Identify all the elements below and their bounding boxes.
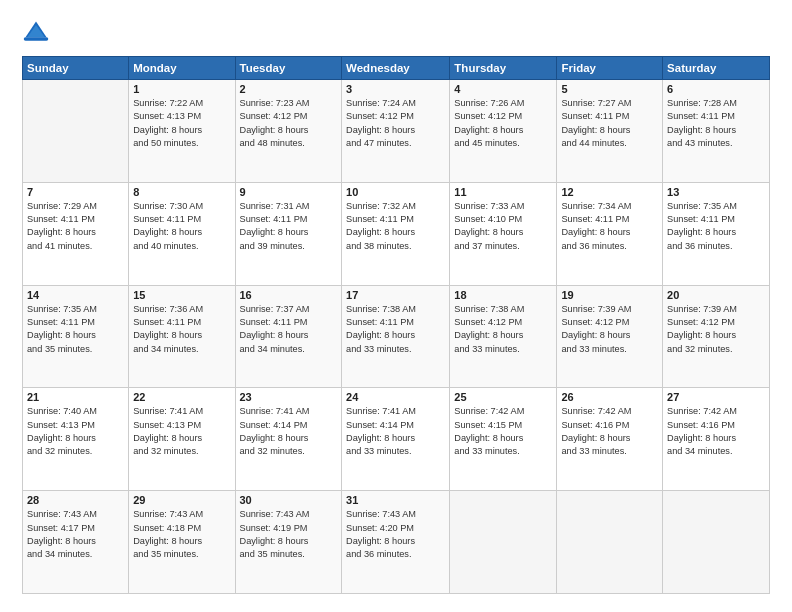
day-info: Sunrise: 7:33 AM Sunset: 4:10 PM Dayligh… <box>454 200 552 253</box>
day-info: Sunrise: 7:41 AM Sunset: 4:13 PM Dayligh… <box>133 405 230 458</box>
calendar-cell: 10Sunrise: 7:32 AM Sunset: 4:11 PM Dayli… <box>342 182 450 285</box>
day-number: 6 <box>667 83 765 95</box>
day-info: Sunrise: 7:27 AM Sunset: 4:11 PM Dayligh… <box>561 97 658 150</box>
logo <box>22 18 54 46</box>
day-info: Sunrise: 7:42 AM Sunset: 4:15 PM Dayligh… <box>454 405 552 458</box>
day-info: Sunrise: 7:37 AM Sunset: 4:11 PM Dayligh… <box>240 303 338 356</box>
calendar-week-3: 14Sunrise: 7:35 AM Sunset: 4:11 PM Dayli… <box>23 285 770 388</box>
day-number: 18 <box>454 289 552 301</box>
calendar-cell: 24Sunrise: 7:41 AM Sunset: 4:14 PM Dayli… <box>342 388 450 491</box>
day-number: 22 <box>133 391 230 403</box>
day-info: Sunrise: 7:41 AM Sunset: 4:14 PM Dayligh… <box>240 405 338 458</box>
day-info: Sunrise: 7:39 AM Sunset: 4:12 PM Dayligh… <box>561 303 658 356</box>
calendar-header-tuesday: Tuesday <box>235 57 342 80</box>
calendar-cell: 29Sunrise: 7:43 AM Sunset: 4:18 PM Dayli… <box>129 491 235 594</box>
calendar-cell: 13Sunrise: 7:35 AM Sunset: 4:11 PM Dayli… <box>663 182 770 285</box>
day-number: 21 <box>27 391 124 403</box>
calendar-cell: 2Sunrise: 7:23 AM Sunset: 4:12 PM Daylig… <box>235 80 342 183</box>
calendar-cell <box>23 80 129 183</box>
calendar-cell: 11Sunrise: 7:33 AM Sunset: 4:10 PM Dayli… <box>450 182 557 285</box>
calendar-header-row: SundayMondayTuesdayWednesdayThursdayFrid… <box>23 57 770 80</box>
calendar-cell <box>663 491 770 594</box>
calendar-cell: 4Sunrise: 7:26 AM Sunset: 4:12 PM Daylig… <box>450 80 557 183</box>
header <box>22 18 770 46</box>
day-info: Sunrise: 7:24 AM Sunset: 4:12 PM Dayligh… <box>346 97 445 150</box>
day-info: Sunrise: 7:43 AM Sunset: 4:17 PM Dayligh… <box>27 508 124 561</box>
day-number: 10 <box>346 186 445 198</box>
day-info: Sunrise: 7:38 AM Sunset: 4:11 PM Dayligh… <box>346 303 445 356</box>
day-info: Sunrise: 7:42 AM Sunset: 4:16 PM Dayligh… <box>667 405 765 458</box>
calendar-cell: 28Sunrise: 7:43 AM Sunset: 4:17 PM Dayli… <box>23 491 129 594</box>
calendar-cell: 15Sunrise: 7:36 AM Sunset: 4:11 PM Dayli… <box>129 285 235 388</box>
day-number: 12 <box>561 186 658 198</box>
day-info: Sunrise: 7:26 AM Sunset: 4:12 PM Dayligh… <box>454 97 552 150</box>
calendar-cell: 25Sunrise: 7:42 AM Sunset: 4:15 PM Dayli… <box>450 388 557 491</box>
calendar-cell: 6Sunrise: 7:28 AM Sunset: 4:11 PM Daylig… <box>663 80 770 183</box>
calendar-header-friday: Friday <box>557 57 663 80</box>
calendar-cell: 20Sunrise: 7:39 AM Sunset: 4:12 PM Dayli… <box>663 285 770 388</box>
day-info: Sunrise: 7:43 AM Sunset: 4:18 PM Dayligh… <box>133 508 230 561</box>
calendar-header-thursday: Thursday <box>450 57 557 80</box>
calendar-cell: 5Sunrise: 7:27 AM Sunset: 4:11 PM Daylig… <box>557 80 663 183</box>
day-number: 15 <box>133 289 230 301</box>
day-number: 28 <box>27 494 124 506</box>
day-info: Sunrise: 7:32 AM Sunset: 4:11 PM Dayligh… <box>346 200 445 253</box>
day-number: 25 <box>454 391 552 403</box>
day-number: 24 <box>346 391 445 403</box>
calendar-cell: 18Sunrise: 7:38 AM Sunset: 4:12 PM Dayli… <box>450 285 557 388</box>
day-info: Sunrise: 7:39 AM Sunset: 4:12 PM Dayligh… <box>667 303 765 356</box>
day-info: Sunrise: 7:30 AM Sunset: 4:11 PM Dayligh… <box>133 200 230 253</box>
calendar-week-2: 7Sunrise: 7:29 AM Sunset: 4:11 PM Daylig… <box>23 182 770 285</box>
calendar-header-sunday: Sunday <box>23 57 129 80</box>
calendar-header-monday: Monday <box>129 57 235 80</box>
day-number: 14 <box>27 289 124 301</box>
day-info: Sunrise: 7:43 AM Sunset: 4:20 PM Dayligh… <box>346 508 445 561</box>
calendar-cell <box>557 491 663 594</box>
day-info: Sunrise: 7:35 AM Sunset: 4:11 PM Dayligh… <box>667 200 765 253</box>
calendar-cell: 12Sunrise: 7:34 AM Sunset: 4:11 PM Dayli… <box>557 182 663 285</box>
calendar-week-5: 28Sunrise: 7:43 AM Sunset: 4:17 PM Dayli… <box>23 491 770 594</box>
day-info: Sunrise: 7:40 AM Sunset: 4:13 PM Dayligh… <box>27 405 124 458</box>
calendar-week-4: 21Sunrise: 7:40 AM Sunset: 4:13 PM Dayli… <box>23 388 770 491</box>
day-info: Sunrise: 7:38 AM Sunset: 4:12 PM Dayligh… <box>454 303 552 356</box>
day-number: 9 <box>240 186 338 198</box>
day-number: 1 <box>133 83 230 95</box>
calendar-cell <box>450 491 557 594</box>
day-number: 17 <box>346 289 445 301</box>
calendar-week-1: 1Sunrise: 7:22 AM Sunset: 4:13 PM Daylig… <box>23 80 770 183</box>
day-number: 23 <box>240 391 338 403</box>
day-number: 20 <box>667 289 765 301</box>
day-info: Sunrise: 7:23 AM Sunset: 4:12 PM Dayligh… <box>240 97 338 150</box>
day-number: 3 <box>346 83 445 95</box>
calendar-cell: 14Sunrise: 7:35 AM Sunset: 4:11 PM Dayli… <box>23 285 129 388</box>
day-info: Sunrise: 7:29 AM Sunset: 4:11 PM Dayligh… <box>27 200 124 253</box>
day-number: 2 <box>240 83 338 95</box>
day-info: Sunrise: 7:22 AM Sunset: 4:13 PM Dayligh… <box>133 97 230 150</box>
calendar-cell: 19Sunrise: 7:39 AM Sunset: 4:12 PM Dayli… <box>557 285 663 388</box>
calendar-cell: 16Sunrise: 7:37 AM Sunset: 4:11 PM Dayli… <box>235 285 342 388</box>
calendar-header-saturday: Saturday <box>663 57 770 80</box>
calendar-cell: 31Sunrise: 7:43 AM Sunset: 4:20 PM Dayli… <box>342 491 450 594</box>
day-number: 19 <box>561 289 658 301</box>
day-number: 13 <box>667 186 765 198</box>
day-info: Sunrise: 7:31 AM Sunset: 4:11 PM Dayligh… <box>240 200 338 253</box>
calendar-cell: 17Sunrise: 7:38 AM Sunset: 4:11 PM Dayli… <box>342 285 450 388</box>
calendar-cell: 22Sunrise: 7:41 AM Sunset: 4:13 PM Dayli… <box>129 388 235 491</box>
day-number: 30 <box>240 494 338 506</box>
calendar-page: SundayMondayTuesdayWednesdayThursdayFrid… <box>0 0 792 612</box>
day-number: 31 <box>346 494 445 506</box>
calendar-cell: 23Sunrise: 7:41 AM Sunset: 4:14 PM Dayli… <box>235 388 342 491</box>
day-info: Sunrise: 7:36 AM Sunset: 4:11 PM Dayligh… <box>133 303 230 356</box>
svg-rect-2 <box>24 37 49 41</box>
calendar-cell: 30Sunrise: 7:43 AM Sunset: 4:19 PM Dayli… <box>235 491 342 594</box>
day-number: 11 <box>454 186 552 198</box>
calendar-header-wednesday: Wednesday <box>342 57 450 80</box>
logo-icon <box>22 18 50 46</box>
calendar-cell: 26Sunrise: 7:42 AM Sunset: 4:16 PM Dayli… <box>557 388 663 491</box>
day-info: Sunrise: 7:34 AM Sunset: 4:11 PM Dayligh… <box>561 200 658 253</box>
day-info: Sunrise: 7:42 AM Sunset: 4:16 PM Dayligh… <box>561 405 658 458</box>
calendar-cell: 7Sunrise: 7:29 AM Sunset: 4:11 PM Daylig… <box>23 182 129 285</box>
day-number: 26 <box>561 391 658 403</box>
day-number: 7 <box>27 186 124 198</box>
day-number: 5 <box>561 83 658 95</box>
